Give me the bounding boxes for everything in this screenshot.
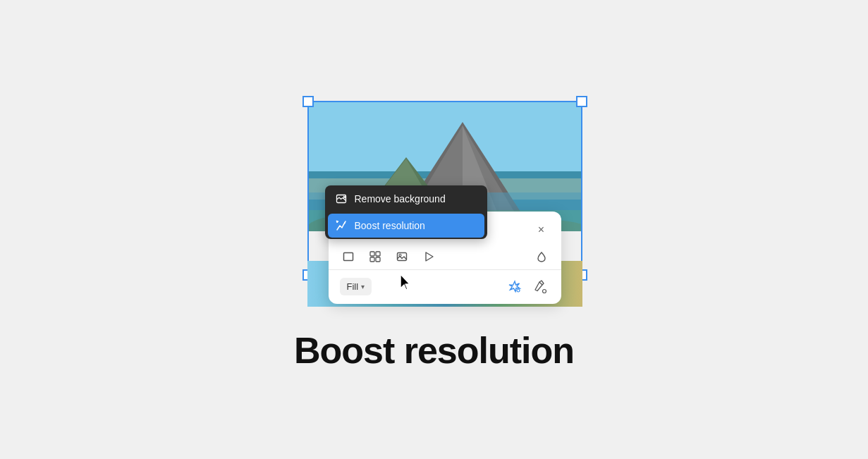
dropdown-arrow-icon: ▾	[361, 283, 365, 290]
svg-point-21	[542, 289, 546, 293]
boost-resolution-label: Boost resolution	[355, 220, 425, 231]
remove-background-label: Remove background	[355, 193, 446, 204]
fill-dropdown[interactable]: Fill ▾	[340, 278, 372, 295]
close-button[interactable]: ×	[533, 221, 550, 238]
svg-rect-16	[376, 257, 380, 262]
fill-row: Fill ▾	[329, 270, 561, 304]
svg-marker-19	[426, 252, 433, 261]
svg-rect-15	[370, 257, 374, 262]
svg-point-18	[399, 254, 401, 256]
page-title: Boost resolution	[294, 329, 574, 372]
play-icon[interactable]	[420, 248, 437, 265]
boost-resolution-icon	[335, 219, 348, 232]
grid-icon[interactable]	[367, 248, 384, 265]
remove-bg-icon	[335, 192, 348, 205]
svg-rect-13	[370, 252, 374, 256]
svg-point-25	[344, 222, 346, 224]
main-container: Custom Libraries ×	[286, 88, 582, 372]
image-icon[interactable]	[393, 248, 410, 265]
paint-bucket-icon[interactable]	[530, 277, 550, 297]
svg-rect-14	[376, 252, 380, 256]
svg-point-20	[517, 289, 520, 292]
svg-rect-12	[343, 252, 353, 260]
svg-rect-17	[397, 252, 406, 260]
rectangle-icon[interactable]	[340, 248, 357, 265]
fill-label: Fill	[347, 281, 359, 292]
remove-background-item[interactable]: Remove background	[325, 185, 487, 212]
canvas-area: Custom Libraries ×	[286, 88, 582, 307]
ai-dropdown-menu: Remove background Boost resolution	[325, 185, 487, 239]
ai-magic-icon[interactable]	[505, 277, 525, 297]
water-drop-icon[interactable]	[533, 248, 550, 265]
panel-icons-row	[329, 244, 561, 269]
boost-resolution-item[interactable]: Boost resolution	[328, 214, 484, 238]
